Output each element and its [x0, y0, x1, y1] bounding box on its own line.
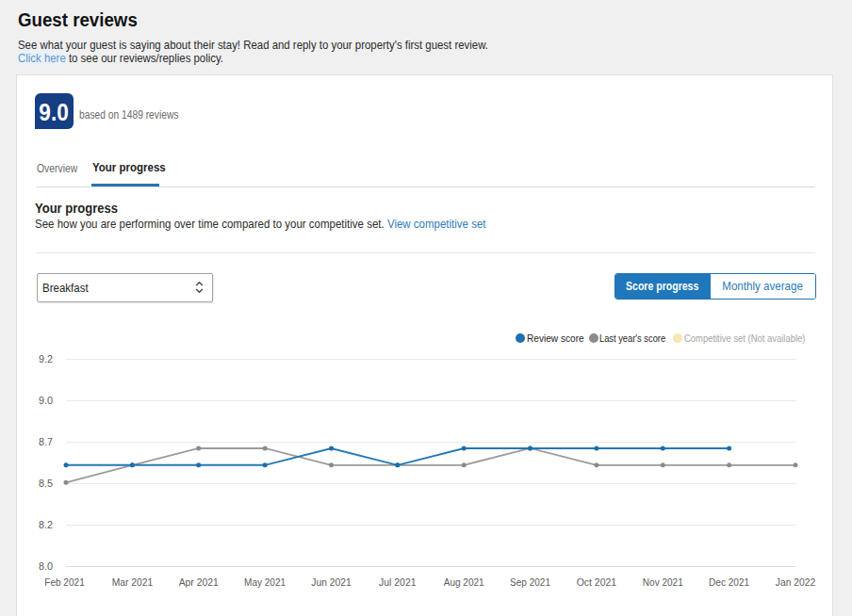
svg-text:Jun 2021: Jun 2021	[311, 577, 352, 588]
svg-text:9.0: 9.0	[39, 396, 53, 406]
svg-text:8.0: 8.0	[39, 561, 53, 572]
svg-text:8.7: 8.7	[39, 437, 53, 447]
svg-text:Oct 2021: Oct 2021	[577, 577, 617, 588]
svg-text:Feb 2021: Feb 2021	[44, 577, 85, 588]
svg-text:9.2: 9.2	[39, 354, 53, 365]
svg-text:8.2: 8.2	[39, 520, 53, 530]
svg-text:8.5: 8.5	[39, 478, 53, 489]
svg-text:Nov 2021: Nov 2021	[643, 577, 683, 588]
svg-text:Apr 2021: Apr 2021	[179, 577, 219, 588]
svg-text:Aug 2021: Aug 2021	[444, 577, 484, 588]
svg-text:May 2021: May 2021	[244, 577, 286, 588]
svg-text:Sep 2021: Sep 2021	[510, 577, 550, 588]
svg-text:Mar 2021: Mar 2021	[112, 577, 154, 588]
svg-text:Jan 2022: Jan 2022	[776, 577, 816, 588]
svg-text:Dec 2021: Dec 2021	[709, 577, 749, 588]
svg-text:Jul 2021: Jul 2021	[379, 577, 417, 588]
